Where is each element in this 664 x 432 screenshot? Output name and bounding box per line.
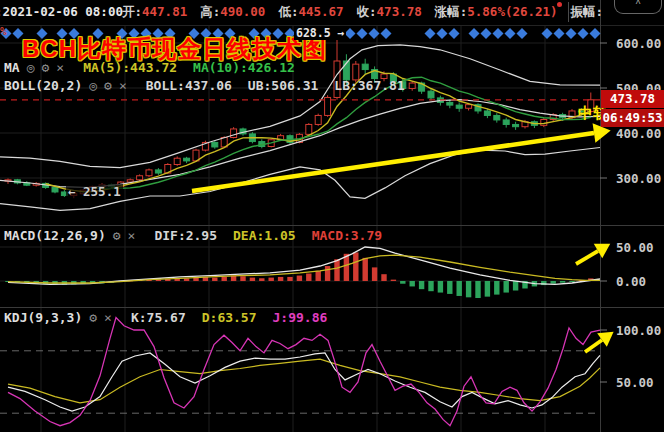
boll-legend: BOLL(20,2) ◎ ⚙ × BOLL:437.06 UB:506.31 L… xyxy=(4,78,405,93)
ma10-value: MA(10):426.12 xyxy=(193,60,295,75)
notification-dot xyxy=(557,2,562,7)
settings-icon[interactable]: ⚙ xyxy=(113,229,121,242)
boll-legend-name: BOLL(20,2) xyxy=(4,78,82,93)
macd-axis-label: 0.00 xyxy=(616,274,646,289)
candle-countdown-badge: 06:49:53 xyxy=(601,109,664,127)
amplitude-field: 振幅: xyxy=(571,4,604,21)
open-field: 开:447.81 xyxy=(122,4,187,21)
macd-axis-label: 50.00 xyxy=(616,240,654,255)
visibility-icon[interactable]: ◎ xyxy=(89,79,97,92)
settings-icon[interactable]: ⚙ xyxy=(89,311,97,324)
low-field: 低:445.67 xyxy=(278,4,343,21)
close-icon[interactable]: × xyxy=(104,311,112,324)
kdj-axis-label: 100.00 xyxy=(616,323,661,338)
kdj-legend-name: KDJ(9,3,3) xyxy=(4,310,82,325)
settings-icon[interactable]: ⚙ xyxy=(104,79,112,92)
ma-legend: MA ◎ ⚙ × MA(5):443.72 MA(10):426.12 xyxy=(4,60,295,75)
settings-icon[interactable]: ⚙ xyxy=(41,61,49,74)
k-value: K:75.67 xyxy=(131,310,186,325)
ohlc-fields: 开:447.81 高:490.00 低:445.67 收:473.78 涨幅:5… xyxy=(122,4,603,21)
candle-time: 时间:2021-02-06 08:00 xyxy=(0,4,123,21)
price-axis-label: 600.00 xyxy=(616,36,661,51)
d-value: D:63.57 xyxy=(202,310,257,325)
close-icon[interactable]: × xyxy=(128,229,136,242)
high-field: 高:490.00 xyxy=(200,4,265,21)
ohlc-header: 时间:2021-02-06 08:00 开:447.81 高:490.00 低:… xyxy=(0,0,610,25)
dea-value: DEA:1.05 xyxy=(233,228,296,243)
collapse-panel-button[interactable]: ^ xyxy=(614,0,662,14)
macd-legend: MACD(12,26,9) ⚙ × DIF:2.95 DEA:1.05 MACD… xyxy=(4,228,382,243)
dif-value: DIF:2.95 xyxy=(154,228,217,243)
trading-chart-screen: 时间:2021-02-06 08:00 开:447.81 高:490.00 低:… xyxy=(0,0,664,432)
macd-legend-name: MACD(12,26,9) xyxy=(4,228,106,243)
boll-upper-value: UB:506.31 xyxy=(248,78,318,93)
change-field: 涨幅:5.86%(26.21) xyxy=(435,4,558,21)
close-field: 收:473.78 xyxy=(357,4,422,21)
kdj-legend: KDJ(9,3,3) ⚙ × K:75.67 D:63.57 J:99.86 xyxy=(4,310,327,325)
current-price-badge: 473.78 xyxy=(601,90,664,108)
ma-legend-name: MA xyxy=(4,60,20,75)
close-icon[interactable]: × xyxy=(56,61,64,74)
ma5-value: MA(5):443.72 xyxy=(83,60,177,75)
low-price-marker: ← 255.1 xyxy=(66,184,123,199)
j-value: J:99.86 xyxy=(273,310,328,325)
stray-percent-glyph: % xyxy=(0,25,7,38)
boll-lower-value: LB:367.81 xyxy=(334,78,404,93)
price-axis-label: 400.00 xyxy=(616,126,661,141)
header-divider xyxy=(568,2,569,22)
high-price-marker: 628.5 → xyxy=(294,26,346,40)
macd-value: MACD:3.79 xyxy=(312,228,382,243)
close-icon[interactable]: × xyxy=(119,79,127,92)
kdj-axis-label: 50.00 xyxy=(616,375,654,390)
chevron-up-icon: ^ xyxy=(636,0,641,10)
boll-mid-value: BOLL:437.06 xyxy=(146,78,232,93)
price-axis-label: 300.00 xyxy=(616,171,661,186)
visibility-icon[interactable]: ◎ xyxy=(27,61,35,74)
